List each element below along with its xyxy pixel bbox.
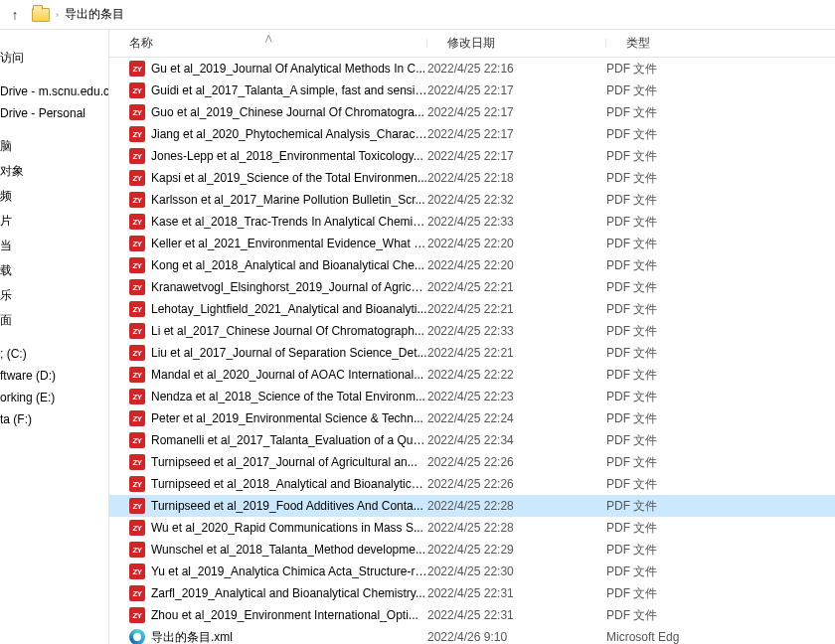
folder-icon[interactable] bbox=[32, 8, 50, 22]
file-name-cell: ZYZarfl_2019_Analytical and Bioanalytica… bbox=[129, 585, 427, 601]
file-name-cell: ZYZhou et al_2019_Environment Internatio… bbox=[129, 607, 427, 623]
file-row[interactable]: ZYLehotay_Lightfield_2021_Analytical and… bbox=[109, 298, 835, 320]
file-type: PDF 文件 bbox=[606, 585, 835, 602]
sidebar-item[interactable]: ta (F:) bbox=[0, 408, 108, 430]
pdf-icon: ZY bbox=[129, 585, 145, 601]
file-type: PDF 文件 bbox=[606, 564, 835, 580]
pdf-icon: ZY bbox=[129, 432, 145, 448]
file-row[interactable]: ZYZarfl_2019_Analytical and Bioanalytica… bbox=[109, 582, 835, 604]
file-name-cell: ZYGuidi et al_2017_Talanta_A simple, fas… bbox=[129, 82, 427, 98]
file-row[interactable]: ZYTurnipseed et al_2019_Food Additives A… bbox=[109, 495, 835, 517]
column-headers: ⋀ 名称 修改日期 类型 bbox=[109, 30, 835, 58]
file-pane: ⋀ 名称 修改日期 类型 ZYGu et al_2019_Journal Of … bbox=[109, 30, 835, 644]
file-type: PDF 文件 bbox=[606, 345, 835, 362]
file-name-cell: ZYPeter et al_2019_Environmental Science… bbox=[129, 410, 427, 426]
file-date: 2022/4/25 22:20 bbox=[427, 237, 606, 250]
file-date: 2022/4/25 22:20 bbox=[427, 258, 606, 272]
sidebar-item[interactable]: Drive - Personal bbox=[0, 102, 108, 124]
pdf-icon: ZY bbox=[129, 345, 145, 361]
file-date: 2022/4/25 22:31 bbox=[427, 608, 606, 622]
sidebar-item[interactable]: 当 bbox=[0, 234, 108, 258]
file-type: PDF 文件 bbox=[606, 389, 835, 405]
file-name-cell: ZYTurnipseed et al_2018_Analytical and B… bbox=[129, 476, 427, 492]
file-date: 2022/4/25 22:21 bbox=[427, 280, 606, 294]
file-name-cell: ZYKapsi et al_2019_Science of the Total … bbox=[129, 170, 427, 186]
file-row[interactable]: ZYYu et al_2019_Analytica Chimica Acta_S… bbox=[109, 561, 835, 582]
file-type: PDF 文件 bbox=[606, 454, 835, 471]
file-type: PDF 文件 bbox=[606, 410, 835, 427]
file-name-cell: ZYTurnipseed et al_2019_Food Additives A… bbox=[129, 498, 427, 514]
file-type: PDF 文件 bbox=[606, 607, 835, 624]
column-name[interactable]: ⋀ 名称 bbox=[109, 35, 427, 52]
file-name: Romanelli et al_2017_Talanta_Evaluation … bbox=[151, 433, 427, 447]
file-row[interactable]: ZYGuo et al_2019_Chinese Journal Of Chro… bbox=[109, 101, 835, 123]
file-row[interactable]: ZYJiang et al_2020_Phytochemical Analysi… bbox=[109, 123, 835, 145]
file-type: PDF 文件 bbox=[606, 192, 835, 209]
sidebar-item[interactable]: orking (E:) bbox=[0, 387, 108, 408]
sidebar-item[interactable]: 对象 bbox=[0, 159, 108, 184]
sort-caret-icon: ⋀ bbox=[265, 34, 272, 43]
file-row[interactable]: ZYLiu et al_2017_Journal of Separation S… bbox=[109, 342, 835, 364]
sidebar-item[interactable]: 脑 bbox=[0, 134, 108, 159]
sidebar: 访问Drive - m.scnu.edu.cnDrive - Personal脑… bbox=[0, 30, 109, 644]
file-row[interactable]: ZYKarlsson et al_2017_Marine Pollution B… bbox=[109, 189, 835, 211]
sidebar-item[interactable]: 乐 bbox=[0, 283, 108, 308]
address-bar: ↑ › 导出的条目 bbox=[0, 0, 835, 30]
chevron-right-icon[interactable]: › bbox=[56, 10, 59, 20]
file-row[interactable]: ZYKranawetvogl_Elsinghorst_2019_Journal … bbox=[109, 276, 835, 298]
file-row[interactable]: ZYJones-Lepp et al_2018_Environmental To… bbox=[109, 145, 835, 167]
file-row[interactable]: ZYNendza et al_2018_Science of the Total… bbox=[109, 386, 835, 407]
file-row[interactable]: 导出的条目.xml2022/4/26 9:10Microsoft Edg bbox=[109, 626, 835, 644]
file-name-cell: ZYLi et al_2017_Chinese Journal Of Chrom… bbox=[129, 323, 427, 339]
file-date: 2022/4/25 22:17 bbox=[427, 127, 606, 141]
sidebar-item[interactable]: 频 bbox=[0, 184, 108, 209]
sidebar-item[interactable]: 载 bbox=[0, 258, 108, 283]
file-row[interactable]: ZYTurnipseed et al_2017_Journal of Agric… bbox=[109, 451, 835, 473]
column-date[interactable]: 修改日期 bbox=[427, 35, 606, 52]
file-name-cell: ZYJiang et al_2020_Phytochemical Analysi… bbox=[129, 126, 427, 142]
file-date: 2022/4/25 22:29 bbox=[427, 543, 606, 557]
pdf-icon: ZY bbox=[129, 236, 145, 251]
file-row[interactable]: ZYPeter et al_2019_Environmental Science… bbox=[109, 407, 835, 429]
pdf-icon: ZY bbox=[129, 148, 145, 164]
sidebar-item[interactable]: Drive - m.scnu.edu.cn bbox=[0, 80, 108, 102]
file-name: Liu et al_2017_Journal of Separation Sci… bbox=[151, 346, 427, 360]
sidebar-item[interactable]: 片 bbox=[0, 209, 108, 234]
file-row[interactable]: ZYLi et al_2017_Chinese Journal Of Chrom… bbox=[109, 320, 835, 342]
file-row[interactable]: ZYWu et al_2020_Rapid Communications in … bbox=[109, 517, 835, 539]
breadcrumb-folder[interactable]: 导出的条目 bbox=[65, 6, 124, 23]
file-row[interactable]: ZYWunschel et al_2018_Talanta_Method dev… bbox=[109, 539, 835, 561]
file-row[interactable]: ZYTurnipseed et al_2018_Analytical and B… bbox=[109, 473, 835, 495]
file-row[interactable]: ZYKapsi et al_2019_Science of the Total … bbox=[109, 167, 835, 189]
sidebar-item[interactable]: 面 bbox=[0, 308, 108, 333]
pdf-icon: ZY bbox=[129, 82, 145, 98]
file-row[interactable]: ZYKeller et al_2021_Environmental Eviden… bbox=[109, 233, 835, 254]
file-row[interactable]: ZYMandal et al_2020_Journal of AOAC Inte… bbox=[109, 364, 835, 386]
up-arrow-icon[interactable]: ↑ bbox=[4, 4, 26, 26]
file-date: 2022/4/25 22:24 bbox=[427, 411, 606, 425]
file-row[interactable]: ZYGu et al_2019_Journal Of Analytical Me… bbox=[109, 58, 835, 80]
file-row[interactable]: ZYKase et al_2018_Trac-Trends In Analyti… bbox=[109, 211, 835, 233]
file-name-cell: ZYWunschel et al_2018_Talanta_Method dev… bbox=[129, 542, 427, 558]
file-name: Zarfl_2019_Analytical and Bioanalytical … bbox=[151, 586, 427, 600]
file-type: PDF 文件 bbox=[606, 214, 835, 231]
file-date: 2022/4/25 22:16 bbox=[427, 62, 606, 76]
file-row[interactable]: ZYRomanelli et al_2017_Talanta_Evaluatio… bbox=[109, 429, 835, 451]
file-row[interactable]: ZYGuidi et al_2017_Talanta_A simple, fas… bbox=[109, 80, 835, 101]
pdf-icon: ZY bbox=[129, 301, 145, 317]
file-name: Guidi et al_2017_Talanta_A simple, fast … bbox=[151, 83, 427, 97]
file-name: Jones-Lepp et al_2018_Environmental Toxi… bbox=[151, 149, 427, 163]
file-row[interactable]: ZYKong et al_2018_Analytical and Bioanal… bbox=[109, 254, 835, 276]
column-type[interactable]: 类型 bbox=[606, 35, 835, 52]
sidebar-item[interactable]: 访问 bbox=[0, 46, 108, 71]
file-name: Lehotay_Lightfield_2021_Analytical and B… bbox=[151, 302, 427, 316]
sidebar-item[interactable]: ; (C:) bbox=[0, 343, 108, 365]
file-type: PDF 文件 bbox=[606, 236, 835, 252]
file-row[interactable]: ZYZhou et al_2019_Environment Internatio… bbox=[109, 604, 835, 626]
file-date: 2022/4/25 22:17 bbox=[427, 83, 606, 97]
file-name-cell: ZYKeller et al_2021_Environmental Eviden… bbox=[129, 236, 427, 251]
pdf-icon: ZY bbox=[129, 454, 145, 470]
pdf-icon: ZY bbox=[129, 104, 145, 120]
sidebar-item[interactable]: ftware (D:) bbox=[0, 365, 108, 387]
file-name-cell: ZYRomanelli et al_2017_Talanta_Evaluatio… bbox=[129, 432, 427, 448]
